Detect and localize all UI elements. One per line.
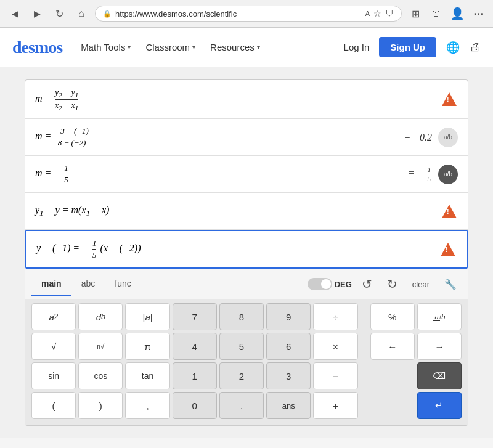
expression-1-content: m = y2 − y1 x2 − x1 xyxy=(35,88,441,111)
key-sin[interactable]: sin xyxy=(31,362,76,389)
fraction-btn-3[interactable]: a/b xyxy=(438,165,458,184)
key-row-1: a2 db |a| 7 8 9 ÷ % a/b xyxy=(25,299,468,332)
expression-row-4[interactable]: y1 − y = m(x1 − x) xyxy=(25,193,468,230)
desmos-logo[interactable]: desmos xyxy=(12,38,62,57)
key-right-arrow[interactable]: → xyxy=(417,333,462,360)
url-text: https://www.desmos.com/scientific xyxy=(115,9,362,18)
key-cos[interactable]: cos xyxy=(78,362,123,389)
history-icon[interactable]: ⏲ xyxy=(428,5,445,22)
expression-row-2[interactable]: m = −3 − (−1) 8 − (−2) = −0.2 a/b xyxy=(25,119,468,156)
math-tools-nav[interactable]: Math Tools ▾ xyxy=(75,38,137,56)
key-left-arrow[interactable]: ← xyxy=(370,333,415,360)
key-enter[interactable]: ↵ xyxy=(417,392,462,419)
key-9[interactable]: 9 xyxy=(266,303,311,330)
key-2[interactable]: 2 xyxy=(219,362,264,389)
key-7[interactable]: 7 xyxy=(173,303,217,330)
deg-toggle-group: DEG xyxy=(308,278,352,290)
key-percent[interactable]: % xyxy=(370,303,415,330)
globe-icon[interactable]: 🌐 xyxy=(446,41,460,54)
fraction-1: y2 − y1 x2 − x1 xyxy=(55,88,78,111)
extension-icon[interactable]: ⊞ xyxy=(407,5,424,22)
warning-icon-1 xyxy=(441,91,458,108)
site-nav: desmos Math Tools ▾ Classroom ▾ Resource… xyxy=(0,28,493,67)
browser-chrome: ◀ ▶ ↻ ⌂ 🔒 https://www.desmos.com/scienti… xyxy=(0,0,493,28)
lock-icon: 🔒 xyxy=(103,10,112,18)
key-3[interactable]: 3 xyxy=(266,362,311,389)
key-multiply[interactable]: × xyxy=(313,333,357,360)
more-icon[interactable]: ⋯ xyxy=(470,5,487,22)
profile-icon[interactable]: 👤 xyxy=(449,5,466,22)
key-plus[interactable]: + xyxy=(313,392,357,419)
expression-3-result: = − 1 5 xyxy=(408,166,432,182)
key-divide[interactable]: ÷ xyxy=(313,303,357,330)
key-5[interactable]: 5 xyxy=(219,333,264,360)
keyboard-top-row: main abc func DEG ↺ ↻ clear 🔧 xyxy=(25,269,468,299)
undo-button[interactable]: ↺ xyxy=(357,273,377,295)
expression-row-3[interactable]: m = − 1 5 = − 1 5 a/b xyxy=(25,156,468,193)
key-abs[interactable]: |a| xyxy=(125,303,169,330)
star-icon[interactable]: ☆ xyxy=(373,9,381,18)
spacer-3 xyxy=(361,362,368,389)
expression-3-content: m = − 1 5 xyxy=(35,163,408,185)
spacer-4 xyxy=(361,392,368,419)
key-ans[interactable]: ans xyxy=(266,392,311,419)
forward-button[interactable]: ▶ xyxy=(28,5,46,22)
toolbar-icons: ⊞ ⏲ 👤 ⋯ xyxy=(407,5,487,22)
classroom-nav[interactable]: Classroom ▾ xyxy=(139,38,202,56)
expression-row-1[interactable]: m = y2 − y1 x2 − x1 xyxy=(25,80,468,119)
spacer-2 xyxy=(361,333,368,360)
key-open-paren[interactable]: ( xyxy=(31,392,76,419)
clear-button[interactable]: clear xyxy=(407,276,434,293)
key-pi[interactable]: π xyxy=(125,333,169,360)
warning-triangle-4 xyxy=(442,205,457,218)
home-button[interactable]: ⌂ xyxy=(73,5,90,22)
expression-2-result: = −0.2 xyxy=(404,132,432,143)
fraction-5: 1 5 xyxy=(92,238,97,260)
expression-5-content: y − (−1) = − 1 5 (x − (−2)) xyxy=(36,238,439,260)
expression-2-content: m = −3 − (−1) 8 − (−2) xyxy=(35,126,404,148)
print-icon[interactable]: 🖨 xyxy=(470,41,481,54)
key-8[interactable]: 8 xyxy=(219,303,264,330)
fraction-3-result: 1 5 xyxy=(428,166,431,182)
expression-4-content: y1 − y = m(x1 − x) xyxy=(35,205,441,218)
address-bar[interactable]: 🔒 https://www.desmos.com/scientific A ☆ … xyxy=(95,6,402,22)
key-decimal[interactable]: . xyxy=(219,392,264,419)
expression-row-5[interactable]: y − (−1) = − 1 5 (x − (−2)) xyxy=(25,230,468,269)
key-6[interactable]: 6 xyxy=(266,333,311,360)
key-4[interactable]: 4 xyxy=(173,333,217,360)
tab-main[interactable]: main xyxy=(31,272,71,296)
tab-func[interactable]: func xyxy=(105,272,141,296)
read-aloud-icon: A xyxy=(365,10,370,17)
back-button[interactable]: ◀ xyxy=(6,5,23,22)
fraction-2: −3 − (−1) 8 − (−2) xyxy=(55,126,88,148)
bookmark-icon[interactable]: ⛉ xyxy=(385,9,394,18)
deg-slider[interactable] xyxy=(308,278,332,290)
warning-icon-5 xyxy=(439,241,457,258)
key-fraction[interactable]: a/b xyxy=(417,303,462,330)
key-1[interactable]: 1 xyxy=(173,362,217,389)
key-comma[interactable]: , xyxy=(125,392,169,419)
key-backspace[interactable]: ⌫ xyxy=(417,362,462,389)
key-tan[interactable]: tan xyxy=(125,362,169,389)
redo-button[interactable]: ↻ xyxy=(382,273,402,295)
nav-right: Log In Sign Up 🌐 🖨 xyxy=(344,37,481,57)
key-a-squared[interactable]: a2 xyxy=(31,303,76,330)
key-minus[interactable]: − xyxy=(313,362,357,389)
browser-toolbar: ◀ ▶ ↻ ⌂ 🔒 https://www.desmos.com/scienti… xyxy=(0,0,493,27)
fraction-btn-2[interactable]: a/b xyxy=(438,128,458,147)
log-in-button[interactable]: Log In xyxy=(344,42,370,52)
warning-triangle-1 xyxy=(442,92,457,106)
key-close-paren[interactable]: ) xyxy=(78,392,123,419)
math-tools-chevron: ▾ xyxy=(128,44,131,51)
key-sqrt[interactable]: √ xyxy=(31,333,76,360)
wrench-button[interactable]: 🔧 xyxy=(439,275,462,294)
key-nth-root[interactable]: n√ xyxy=(78,333,123,360)
sign-up-button[interactable]: Sign Up xyxy=(379,37,436,57)
tab-abc[interactable]: abc xyxy=(71,272,105,296)
warning-icon-4 xyxy=(441,203,458,220)
resources-nav[interactable]: Resources ▾ xyxy=(204,38,266,56)
key-0[interactable]: 0 xyxy=(173,392,217,419)
reload-button[interactable]: ↻ xyxy=(51,5,68,22)
key-d-power-b[interactable]: db xyxy=(78,303,123,330)
classroom-chevron: ▾ xyxy=(192,44,195,51)
